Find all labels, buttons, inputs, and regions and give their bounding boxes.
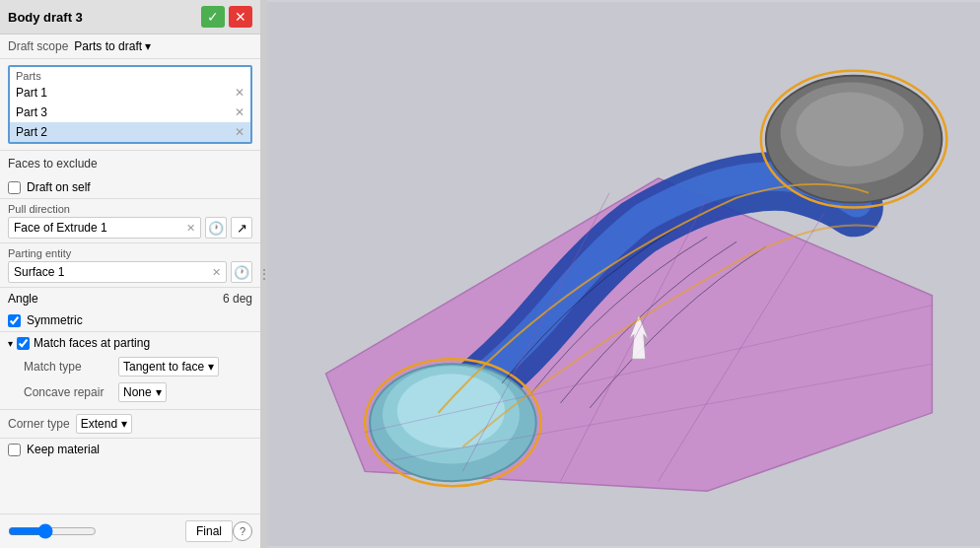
chevron-down-icon: ▾ — [208, 360, 214, 374]
draft-scope-select[interactable]: Parts to draft ▾ — [74, 39, 151, 53]
final-button[interactable]: Final — [185, 520, 233, 542]
chevron-down-icon: ▾ — [145, 39, 151, 53]
help-button[interactable]: ? — [233, 521, 252, 541]
parts-box: Parts Part 1 ✕ Part 3 ✕ Part 2 ✕ — [8, 65, 252, 144]
parts-label: Parts — [10, 67, 250, 83]
svg-point-4 — [397, 374, 505, 447]
corner-type-select[interactable]: Extend ▾ — [76, 414, 132, 434]
concave-repair-row: Concave repair None ▾ — [8, 379, 252, 405]
slider-container — [8, 523, 185, 539]
draft-on-self-checkbox[interactable] — [8, 181, 21, 194]
concave-repair-label: Concave repair — [24, 385, 112, 399]
close-icon[interactable]: ✕ — [186, 222, 195, 235]
draft-scope-label: Draft scope — [8, 39, 68, 53]
close-icon[interactable]: ✕ — [235, 86, 245, 100]
match-faces-header: ▾ Match faces at parting — [8, 336, 252, 350]
parting-entity-group: Parting entity Surface 1 ✕ 🕐 — [0, 242, 260, 287]
symmetric-row: Symmetric — [0, 309, 260, 331]
opacity-slider[interactable] — [8, 523, 97, 539]
pull-direction-clock-btn[interactable]: 🕐 — [205, 217, 227, 239]
draft-on-self-label: Draft on self — [27, 180, 91, 194]
parting-entity-input[interactable]: Surface 1 ✕ — [8, 261, 227, 283]
keep-material-label: Keep material — [27, 443, 100, 456]
corner-type-label: Corner type — [8, 417, 70, 431]
faces-to-exclude-row[interactable]: Faces to exclude — [0, 150, 260, 176]
concave-repair-select[interactable]: None ▾ — [118, 382, 167, 402]
cancel-button[interactable]: ✕ — [229, 6, 252, 28]
panel-header: Body draft 3 ✓ ✕ — [0, 0, 260, 34]
list-item[interactable]: Part 1 ✕ — [10, 83, 250, 103]
keep-material-row: Keep material — [0, 438, 260, 460]
svg-point-8 — [797, 93, 904, 167]
pull-direction-group: Pull direction Face of Extrude 1 ✕ 🕐 ↗ — [0, 198, 260, 242]
angle-label: Angle — [8, 292, 38, 306]
parting-entity-clock-btn[interactable]: 🕐 — [231, 261, 252, 283]
viewport — [267, 0, 980, 548]
match-type-row: Match type Tangent to face ▾ — [8, 354, 252, 379]
close-icon[interactable]: ✕ — [235, 105, 245, 119]
corner-type-row: Corner type Extend ▾ — [0, 409, 260, 438]
match-type-select[interactable]: Tangent to face ▾ — [118, 357, 219, 377]
header-buttons: ✓ ✕ — [201, 6, 252, 28]
chevron-down-icon: ▾ — [156, 385, 162, 399]
chevron-down-icon: ▾ — [8, 338, 13, 349]
match-faces-section: ▾ Match faces at parting Match type Tang… — [0, 331, 260, 409]
draft-on-self-row: Draft on self — [0, 176, 260, 198]
pull-direction-label: Pull direction — [8, 203, 252, 215]
parting-entity-input-row: Surface 1 ✕ 🕐 — [8, 261, 252, 283]
list-item[interactable]: Part 2 ✕ — [10, 122, 250, 142]
body-draft-panel: Body draft 3 ✓ ✕ Draft scope Parts to dr… — [0, 0, 261, 548]
symmetric-label: Symmetric — [27, 313, 83, 327]
angle-value[interactable]: 6 deg — [223, 292, 252, 306]
panel-title: Body draft 3 — [8, 10, 83, 25]
keep-material-checkbox[interactable] — [8, 444, 21, 456]
match-faces-checkbox[interactable] — [17, 337, 30, 350]
symmetric-checkbox[interactable] — [8, 314, 21, 327]
match-faces-label: Match faces at parting — [34, 336, 150, 350]
confirm-button[interactable]: ✓ — [201, 6, 225, 28]
faces-to-exclude-label: Faces to exclude — [8, 157, 98, 171]
close-icon[interactable]: ✕ — [235, 125, 245, 139]
pull-direction-input-row: Face of Extrude 1 ✕ 🕐 ↗ — [8, 217, 252, 239]
3d-viewport — [267, 0, 980, 548]
match-type-label: Match type — [24, 360, 112, 374]
list-item[interactable]: Part 3 ✕ — [10, 103, 250, 122]
angle-row: Angle 6 deg — [0, 287, 260, 309]
pull-direction-input[interactable]: Face of Extrude 1 ✕ — [8, 217, 201, 239]
draft-scope-row: Draft scope Parts to draft ▾ — [0, 34, 260, 59]
pull-direction-arrow-btn[interactable]: ↗ — [231, 217, 252, 239]
parting-entity-label: Parting entity — [8, 247, 252, 259]
bottom-row: Final ? — [0, 514, 260, 548]
close-icon[interactable]: ✕ — [212, 266, 221, 279]
chevron-down-icon: ▾ — [121, 417, 127, 431]
